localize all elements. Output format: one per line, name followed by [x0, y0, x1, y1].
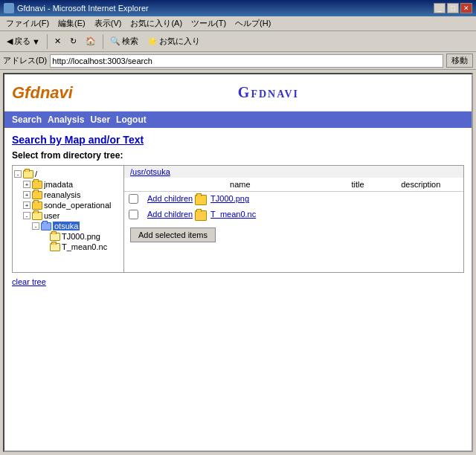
- row2-name-cell: Add children T_mean0.nc: [143, 207, 338, 223]
- add-selected-container: Add selected items: [124, 223, 463, 247]
- window-app-icon: [4, 3, 14, 13]
- menu-help[interactable]: ヘルプ(H): [231, 16, 275, 30]
- tree-item-otsuka[interactable]: - otsuka: [32, 221, 122, 231]
- favorites-label: お気に入り: [159, 36, 200, 47]
- tree-label-tj000: TJ000.png: [62, 232, 100, 241]
- nav-search[interactable]: Search: [12, 114, 42, 125]
- maximize-button[interactable]: □: [447, 3, 459, 13]
- address-bar: アドレス(D) 移動: [0, 52, 476, 70]
- nav-analysis[interactable]: Analysis: [48, 114, 84, 125]
- search-label: 検索: [122, 36, 138, 47]
- tree-toggle-sonde[interactable]: +: [23, 201, 30, 209]
- app-header: Gfdnavi Gfdnavi: [4, 74, 472, 112]
- clear-tree-link[interactable]: clear tree: [12, 277, 46, 286]
- file-panel-header: /usr/otsuka: [124, 166, 463, 178]
- row2-add-children-link[interactable]: Add children: [147, 210, 193, 219]
- minimize-button[interactable]: _: [434, 3, 446, 13]
- toolbar-separator-2: [103, 34, 103, 49]
- nav-bar: Search Analysis User Logout: [4, 112, 472, 128]
- th-description: description: [379, 178, 463, 192]
- tree-toggle-otsuka[interactable]: -: [32, 222, 39, 230]
- row1-checkbox-cell: [124, 192, 143, 208]
- tree-item-user[interactable]: - user: [23, 210, 122, 221]
- menu-bar: ファイル(F) 編集(E) 表示(V) お気に入り(A) ツール(T) ヘルプ(…: [0, 16, 476, 31]
- row2-checkbox[interactable]: [129, 210, 138, 219]
- menu-tools[interactable]: ツール(T): [187, 16, 231, 30]
- toolbar-separator: [47, 34, 48, 49]
- table-row: Add children TJ000.png: [124, 192, 463, 208]
- main-content: Search by Map and/or Text Select from di…: [4, 128, 472, 293]
- tree-label-user: user: [44, 211, 60, 220]
- tree-section-label: Select from directory tree:: [12, 150, 464, 161]
- file-icon-tmean: [50, 243, 60, 251]
- logo-text-accent: navi: [40, 83, 73, 102]
- row1-name-cell: Add children TJ000.png: [143, 192, 338, 208]
- star-icon: ⭐: [147, 36, 158, 46]
- refresh-icon: ↻: [70, 36, 77, 46]
- tree-label-sonde: sonde_operational: [44, 201, 112, 210]
- tree-toggle-jmadata[interactable]: +: [23, 181, 30, 188]
- folder-icon-root: [23, 170, 33, 178]
- tree-item-jmadata[interactable]: + jmadata: [23, 179, 122, 190]
- back-arrow-icon: ◀: [7, 36, 13, 46]
- address-input[interactable]: [50, 54, 443, 68]
- folder-icon-otsuka: [41, 222, 51, 230]
- tree-toggle-reanalysis[interactable]: +: [23, 191, 30, 199]
- folder-icon-sonde: [32, 201, 42, 210]
- menu-favorites[interactable]: お気に入り(A): [126, 16, 187, 30]
- file-table: name title description Add childr: [124, 178, 463, 223]
- toolbar: ◀ 戻る ▼ ✕ ↻ 🏠 🔍 検索 ⭐ お気に入り: [0, 31, 476, 52]
- browser-content: Gfdnavi Gfdnavi Search Analysis User Log…: [3, 73, 473, 452]
- tree-item-tmean[interactable]: T_mean0.nc: [41, 242, 122, 252]
- refresh-button[interactable]: ↻: [66, 33, 80, 50]
- current-path[interactable]: /usr/otsuka: [130, 167, 170, 176]
- row2-checkbox-cell: [124, 207, 143, 223]
- tree-item-sonde[interactable]: + sonde_operational: [23, 200, 122, 210]
- th-title: title: [338, 178, 379, 192]
- folder-icon-reanalysis: [32, 191, 42, 199]
- add-selected-button[interactable]: Add selected items: [130, 228, 216, 242]
- app-title: Gfdnavi: [73, 84, 464, 101]
- tree-toggle-root[interactable]: -: [14, 170, 22, 178]
- file-panel: /usr/otsuka name title description: [124, 166, 463, 272]
- tree-label-tmean: T_mean0.nc: [62, 242, 107, 251]
- folder-icon-user: [32, 212, 42, 220]
- nav-logout[interactable]: Logout: [116, 114, 147, 125]
- row1-checkbox[interactable]: [129, 194, 138, 204]
- window-title: Gfdnavi - Microsoft Internet Explorer: [17, 4, 149, 13]
- menu-view[interactable]: 表示(V): [90, 16, 126, 30]
- tree-label-jmadata: jmadata: [44, 180, 73, 189]
- home-button[interactable]: 🏠: [82, 33, 100, 50]
- logo-text-main: Gfd: [12, 83, 40, 102]
- go-button[interactable]: 移動: [446, 54, 473, 68]
- row2-file-icon: [195, 210, 207, 221]
- row1-filename-link[interactable]: TJ000.png: [210, 194, 249, 203]
- tree-label-root: /: [35, 170, 37, 178]
- tree-item-reanalysis[interactable]: + reanalysis: [23, 190, 122, 200]
- tree-children-user: - otsuka TJ000.png: [23, 221, 122, 252]
- back-button[interactable]: ◀ 戻る ▼: [3, 33, 44, 50]
- favorites-button[interactable]: ⭐ お気に入り: [144, 33, 204, 50]
- page-title: Search by Map and/or Text: [12, 134, 464, 146]
- directory-tree: - / + jmadata + reanalysis: [13, 166, 124, 272]
- title-left: Gfdnavi - Microsoft Internet Explorer: [4, 3, 149, 13]
- th-name: name: [143, 178, 338, 192]
- row2-filename-link[interactable]: T_mean0.nc: [210, 210, 256, 219]
- nav-user[interactable]: User: [90, 114, 110, 125]
- folder-icon-jmadata: [32, 181, 42, 189]
- row1-add-children-link[interactable]: Add children: [147, 194, 193, 203]
- row1-file-icon: [195, 195, 207, 205]
- address-label: アドレス(D): [3, 55, 47, 66]
- row2-title-cell: [338, 207, 379, 223]
- search-toolbar-button[interactable]: 🔍 検索: [106, 33, 142, 50]
- menu-edit[interactable]: 編集(E): [54, 16, 90, 30]
- close-button[interactable]: ✕: [460, 3, 472, 13]
- stop-button[interactable]: ✕: [51, 33, 65, 50]
- row1-title-cell: [338, 192, 379, 208]
- tree-item-tj000[interactable]: TJ000.png: [41, 231, 122, 242]
- row2-desc-cell: [379, 207, 463, 223]
- menu-file[interactable]: ファイル(F): [1, 16, 54, 30]
- tree-toggle-user[interactable]: -: [23, 212, 30, 219]
- tree-item-root[interactable]: - /: [14, 169, 122, 179]
- back-label: 戻る: [14, 36, 30, 47]
